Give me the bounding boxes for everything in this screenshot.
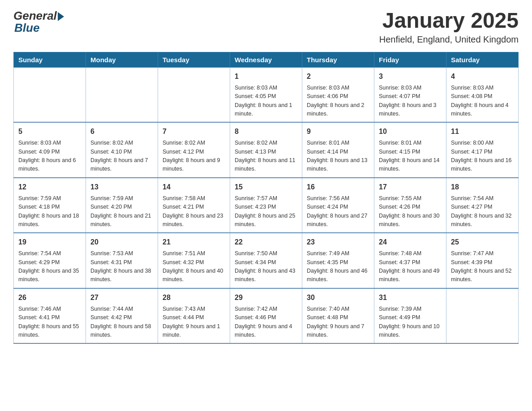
- calendar-cell: 19Sunrise: 7:54 AM Sunset: 4:29 PM Dayli…: [14, 233, 86, 288]
- day-info: Sunrise: 7:54 AM Sunset: 4:27 PM Dayligh…: [451, 194, 514, 229]
- day-info: Sunrise: 7:57 AM Sunset: 4:23 PM Dayligh…: [235, 194, 297, 229]
- day-info: Sunrise: 8:01 AM Sunset: 4:14 PM Dayligh…: [307, 139, 369, 174]
- day-info: Sunrise: 8:03 AM Sunset: 4:06 PM Dayligh…: [307, 84, 369, 119]
- day-number: 17: [379, 182, 442, 193]
- calendar-cell: 27Sunrise: 7:44 AM Sunset: 4:42 PM Dayli…: [86, 288, 158, 344]
- day-info: Sunrise: 7:59 AM Sunset: 4:18 PM Dayligh…: [18, 194, 81, 229]
- weekday-header: Wednesday: [230, 52, 302, 67]
- calendar-week-row: 26Sunrise: 7:46 AM Sunset: 4:41 PM Dayli…: [14, 288, 519, 344]
- calendar-cell: 25Sunrise: 7:47 AM Sunset: 4:39 PM Dayli…: [446, 233, 519, 288]
- calendar-cell: 23Sunrise: 7:49 AM Sunset: 4:35 PM Dayli…: [302, 233, 374, 288]
- calendar-cell: 30Sunrise: 7:40 AM Sunset: 4:48 PM Dayli…: [302, 288, 374, 344]
- day-info: Sunrise: 7:58 AM Sunset: 4:21 PM Dayligh…: [163, 194, 225, 229]
- day-info: Sunrise: 7:59 AM Sunset: 4:20 PM Dayligh…: [90, 194, 153, 229]
- logo: General Blue: [13, 9, 64, 35]
- day-info: Sunrise: 7:48 AM Sunset: 4:37 PM Dayligh…: [379, 249, 442, 284]
- day-number: 15: [235, 182, 297, 193]
- page-title: January 2025: [379, 9, 519, 33]
- calendar-cell: 7Sunrise: 8:02 AM Sunset: 4:12 PM Daylig…: [158, 122, 230, 178]
- calendar-cell: 3Sunrise: 8:03 AM Sunset: 4:07 PM Daylig…: [374, 67, 446, 122]
- day-number: 24: [379, 237, 442, 248]
- day-number: 2: [307, 71, 369, 82]
- day-info: Sunrise: 8:02 AM Sunset: 4:10 PM Dayligh…: [90, 139, 153, 174]
- day-number: 31: [379, 292, 442, 303]
- day-info: Sunrise: 7:56 AM Sunset: 4:24 PM Dayligh…: [307, 194, 369, 229]
- weekday-header: Thursday: [302, 52, 374, 67]
- day-number: 16: [307, 182, 369, 193]
- calendar-cell: 16Sunrise: 7:56 AM Sunset: 4:24 PM Dayli…: [302, 178, 374, 233]
- day-number: 8: [235, 126, 297, 137]
- calendar-cell: 18Sunrise: 7:54 AM Sunset: 4:27 PM Dayli…: [446, 178, 519, 233]
- page-subtitle: Henfield, England, United Kingdom: [379, 34, 519, 45]
- day-number: 11: [451, 126, 514, 137]
- calendar-cell: 10Sunrise: 8:01 AM Sunset: 4:15 PM Dayli…: [374, 122, 446, 178]
- day-number: 21: [163, 237, 225, 248]
- calendar-cell: [446, 288, 519, 344]
- day-info: Sunrise: 8:03 AM Sunset: 4:05 PM Dayligh…: [235, 84, 297, 119]
- day-info: Sunrise: 7:51 AM Sunset: 4:32 PM Dayligh…: [163, 249, 225, 284]
- weekday-header: Friday: [374, 52, 446, 67]
- weekday-header: Tuesday: [158, 52, 230, 67]
- calendar-cell: 21Sunrise: 7:51 AM Sunset: 4:32 PM Dayli…: [158, 233, 230, 288]
- weekday-header: Saturday: [446, 52, 519, 67]
- day-info: Sunrise: 8:03 AM Sunset: 4:07 PM Dayligh…: [379, 84, 442, 119]
- calendar-cell: 24Sunrise: 7:48 AM Sunset: 4:37 PM Dayli…: [374, 233, 446, 288]
- day-info: Sunrise: 7:55 AM Sunset: 4:26 PM Dayligh…: [379, 194, 442, 229]
- day-info: Sunrise: 7:39 AM Sunset: 4:49 PM Dayligh…: [379, 305, 442, 340]
- calendar-cell: 1Sunrise: 8:03 AM Sunset: 4:05 PM Daylig…: [230, 67, 302, 122]
- calendar-week-row: 12Sunrise: 7:59 AM Sunset: 4:18 PM Dayli…: [14, 178, 519, 233]
- day-number: 1: [235, 71, 297, 82]
- calendar-cell: 29Sunrise: 7:42 AM Sunset: 4:46 PM Dayli…: [230, 288, 302, 344]
- day-number: 4: [451, 71, 514, 82]
- day-info: Sunrise: 8:03 AM Sunset: 4:08 PM Dayligh…: [451, 84, 514, 119]
- day-number: 14: [163, 182, 225, 193]
- day-info: Sunrise: 8:02 AM Sunset: 4:13 PM Dayligh…: [235, 139, 297, 174]
- calendar-cell: 20Sunrise: 7:53 AM Sunset: 4:31 PM Dayli…: [86, 233, 158, 288]
- calendar-cell: 17Sunrise: 7:55 AM Sunset: 4:26 PM Dayli…: [374, 178, 446, 233]
- calendar-table: SundayMondayTuesdayWednesdayThursdayFrid…: [13, 52, 519, 344]
- calendar-cell: 5Sunrise: 8:03 AM Sunset: 4:09 PM Daylig…: [14, 122, 86, 178]
- day-number: 27: [90, 292, 153, 303]
- calendar-cell: 13Sunrise: 7:59 AM Sunset: 4:20 PM Dayli…: [86, 178, 158, 233]
- day-number: 29: [235, 292, 297, 303]
- logo-arrow-icon: [58, 12, 64, 21]
- day-info: Sunrise: 7:47 AM Sunset: 4:39 PM Dayligh…: [451, 249, 514, 284]
- day-info: Sunrise: 8:03 AM Sunset: 4:09 PM Dayligh…: [18, 139, 81, 174]
- calendar-cell: 31Sunrise: 7:39 AM Sunset: 4:49 PM Dayli…: [374, 288, 446, 344]
- day-number: 22: [235, 237, 297, 248]
- day-number: 28: [163, 292, 225, 303]
- calendar-cell: 26Sunrise: 7:46 AM Sunset: 4:41 PM Dayli…: [14, 288, 86, 344]
- calendar-cell: [14, 67, 86, 122]
- day-number: 3: [379, 71, 442, 82]
- day-info: Sunrise: 7:50 AM Sunset: 4:34 PM Dayligh…: [235, 249, 297, 284]
- calendar-cell: 4Sunrise: 8:03 AM Sunset: 4:08 PM Daylig…: [446, 67, 519, 122]
- day-number: 13: [90, 182, 153, 193]
- calendar-cell: 2Sunrise: 8:03 AM Sunset: 4:06 PM Daylig…: [302, 67, 374, 122]
- calendar-cell: 28Sunrise: 7:43 AM Sunset: 4:44 PM Dayli…: [158, 288, 230, 344]
- day-info: Sunrise: 7:49 AM Sunset: 4:35 PM Dayligh…: [307, 249, 369, 284]
- title-block: January 2025 Henfield, England, United K…: [379, 9, 519, 45]
- page-header: General Blue January 2025 Henfield, Engl…: [13, 9, 519, 45]
- calendar-cell: 9Sunrise: 8:01 AM Sunset: 4:14 PM Daylig…: [302, 122, 374, 178]
- day-info: Sunrise: 7:43 AM Sunset: 4:44 PM Dayligh…: [163, 305, 225, 340]
- calendar-cell: 15Sunrise: 7:57 AM Sunset: 4:23 PM Dayli…: [230, 178, 302, 233]
- calendar-week-row: 19Sunrise: 7:54 AM Sunset: 4:29 PM Dayli…: [14, 233, 519, 288]
- day-number: 19: [18, 237, 81, 248]
- day-number: 23: [307, 237, 369, 248]
- day-number: 6: [90, 126, 153, 137]
- day-info: Sunrise: 7:44 AM Sunset: 4:42 PM Dayligh…: [90, 305, 153, 340]
- day-info: Sunrise: 8:00 AM Sunset: 4:17 PM Dayligh…: [451, 139, 514, 174]
- calendar-cell: [158, 67, 230, 122]
- day-number: 26: [18, 292, 81, 303]
- calendar-cell: 22Sunrise: 7:50 AM Sunset: 4:34 PM Dayli…: [230, 233, 302, 288]
- day-number: 7: [163, 126, 225, 137]
- calendar-header-row: SundayMondayTuesdayWednesdayThursdayFrid…: [14, 52, 519, 67]
- calendar-cell: 14Sunrise: 7:58 AM Sunset: 4:21 PM Dayli…: [158, 178, 230, 233]
- day-info: Sunrise: 7:46 AM Sunset: 4:41 PM Dayligh…: [18, 305, 81, 340]
- calendar-cell: 12Sunrise: 7:59 AM Sunset: 4:18 PM Dayli…: [14, 178, 86, 233]
- day-number: 20: [90, 237, 153, 248]
- day-number: 5: [18, 126, 81, 137]
- calendar-cell: 11Sunrise: 8:00 AM Sunset: 4:17 PM Dayli…: [446, 122, 519, 178]
- calendar-week-row: 5Sunrise: 8:03 AM Sunset: 4:09 PM Daylig…: [14, 122, 519, 178]
- day-number: 25: [451, 237, 514, 248]
